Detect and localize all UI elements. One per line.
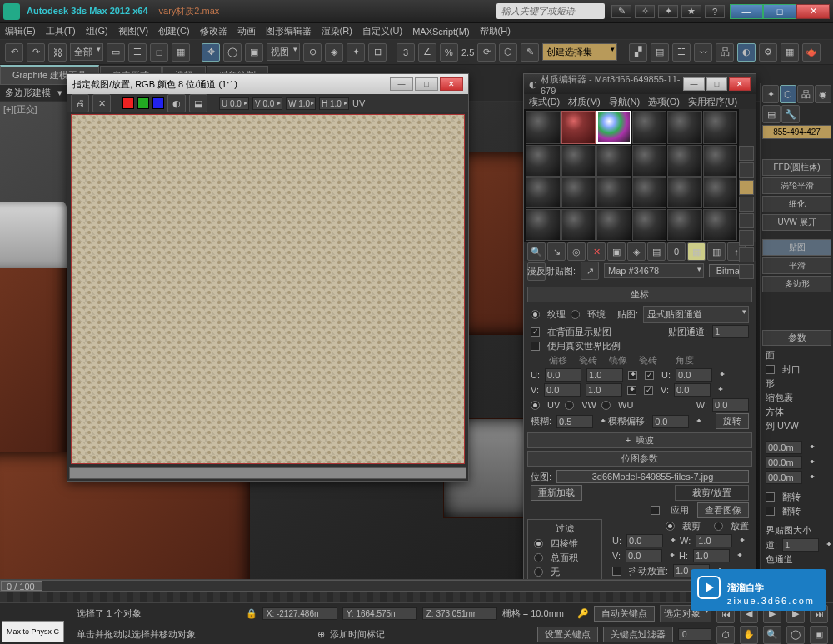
- create-tab-icon[interactable]: ✦: [762, 85, 779, 103]
- tool-icon[interactable]: ✎: [611, 5, 631, 18]
- uv-radio[interactable]: [531, 401, 540, 410]
- map-name[interactable]: Map #34678: [604, 263, 704, 278]
- menu-item[interactable]: 创建(C): [158, 25, 189, 37]
- maxscript-listener[interactable]: Max to Physx C: [2, 621, 64, 642]
- put-library-icon[interactable]: ▤: [647, 242, 666, 261]
- v-spinner[interactable]: V 0.0: [252, 97, 282, 110]
- menu-item[interactable]: 材质(M): [568, 96, 601, 108]
- alpha-icon[interactable]: ◐: [167, 94, 186, 112]
- curve-editor-icon[interactable]: 〰: [694, 43, 712, 62]
- backlight-icon[interactable]: [739, 162, 754, 177]
- map-channel-spinner[interactable]: 1: [712, 325, 749, 338]
- mono-icon[interactable]: ⬓: [189, 94, 207, 112]
- reload-button[interactable]: 重新加载: [531, 485, 582, 501]
- rollout-noise[interactable]: + 噪波: [527, 432, 752, 448]
- link-icon[interactable]: ⛓: [48, 43, 67, 62]
- material-slot[interactable]: [561, 111, 596, 144]
- menu-item[interactable]: 帮助(H): [480, 25, 511, 37]
- maximize-button[interactable]: □: [706, 77, 728, 91]
- blur-spinner[interactable]: 0.5: [556, 415, 593, 428]
- assign-icon[interactable]: ◎: [567, 242, 586, 261]
- y-coord[interactable]: Y: 1664.575n: [342, 607, 417, 620]
- frame-field[interactable]: 0: [678, 628, 711, 641]
- close-icon[interactable]: ✕: [92, 94, 111, 112]
- texture-radio[interactable]: [531, 310, 540, 319]
- align-icon[interactable]: ▤: [651, 43, 669, 62]
- options-icon[interactable]: [739, 247, 754, 262]
- rect-select-icon[interactable]: □: [150, 43, 168, 62]
- menu-item[interactable]: 渲染(R): [322, 25, 352, 37]
- named-selset[interactable]: 创建选择集: [542, 43, 617, 61]
- window-crossing-icon[interactable]: ▦: [172, 43, 190, 62]
- display-tab-icon[interactable]: ▤: [762, 105, 781, 123]
- crop-radio[interactable]: [666, 522, 675, 531]
- apply-check[interactable]: [651, 506, 660, 515]
- show-end-icon[interactable]: ▥: [707, 242, 726, 261]
- material-slot[interactable]: [703, 177, 738, 209]
- x-coord[interactable]: X: -2127.486n: [262, 607, 337, 620]
- material-slot[interactable]: [526, 145, 561, 177]
- place-radio[interactable]: [714, 522, 723, 531]
- close-button[interactable]: ✕: [440, 77, 463, 91]
- preview-icon[interactable]: [739, 230, 754, 245]
- close-button[interactable]: ✕: [729, 77, 751, 91]
- manip-icon[interactable]: ✦: [347, 43, 365, 62]
- green-swatch[interactable]: [137, 97, 149, 109]
- tool-icon[interactable]: 🖨: [71, 94, 89, 112]
- orbit-icon[interactable]: ◯: [786, 626, 805, 644]
- viewport-nav-icon[interactable]: ✋: [740, 626, 758, 644]
- delete-icon[interactable]: ✕: [587, 242, 606, 261]
- material-slot[interactable]: [667, 209, 702, 241]
- close-button[interactable]: ✕: [796, 4, 830, 19]
- redo-icon[interactable]: ↷: [27, 43, 45, 62]
- rollout-bitmap[interactable]: 位图参数: [527, 451, 752, 467]
- crop-u[interactable]: 0.0: [626, 534, 663, 547]
- material-slot[interactable]: [526, 111, 561, 144]
- keymode-icon[interactable]: ⊟: [368, 43, 387, 62]
- menu-item[interactable]: 导航(N): [609, 96, 640, 108]
- maximize-button[interactable]: □: [415, 77, 438, 91]
- tool-icon[interactable]: ✦: [658, 5, 678, 18]
- set-key-button[interactable]: 设置关键点: [537, 627, 598, 642]
- h-spinner[interactable]: H 1.0: [319, 97, 349, 110]
- menu-item[interactable]: 修改器: [200, 25, 227, 37]
- rotate-icon[interactable]: ◯: [223, 43, 242, 62]
- v-angle[interactable]: 0.0: [674, 383, 711, 397]
- put-to-scene-icon[interactable]: ↘: [547, 242, 566, 261]
- material-slot[interactable]: [667, 111, 702, 144]
- summed-radio[interactable]: [534, 553, 543, 562]
- timeline[interactable]: 0 / 100: [0, 579, 760, 602]
- pick-icon[interactable]: ↗: [581, 262, 599, 280]
- percent-snap-icon[interactable]: %: [440, 43, 458, 62]
- show-in-viewport-icon[interactable]: ▦: [687, 242, 706, 261]
- texture-preview[interactable]: [71, 114, 465, 464]
- key-filter-button[interactable]: 关键点过滤器: [603, 627, 673, 642]
- maximize-viewport-icon[interactable]: ▣: [810, 626, 828, 644]
- menu-item[interactable]: 自定义(U): [362, 25, 402, 37]
- material-slot[interactable]: [596, 209, 631, 241]
- material-slot[interactable]: [703, 145, 738, 177]
- schematic-icon[interactable]: 品: [716, 43, 734, 62]
- material-slot[interactable]: [632, 145, 667, 177]
- auto-key-button[interactable]: 自动关键点: [594, 606, 655, 622]
- environ-radio[interactable]: [571, 310, 580, 319]
- render-frame-icon[interactable]: ▦: [781, 43, 799, 62]
- modify-tab-icon[interactable]: ⬡: [780, 85, 796, 103]
- material-slot[interactable]: [596, 111, 631, 144]
- move-icon[interactable]: ✥: [202, 43, 220, 62]
- bitmap-file-button[interactable]: 3d66Model-649855-files-7.jpg: [556, 470, 749, 483]
- get-material-icon[interactable]: 🔍: [527, 242, 546, 261]
- vw-radio[interactable]: [565, 401, 574, 410]
- viewport-label[interactable]: [+][正交]: [3, 103, 37, 116]
- video-check-icon[interactable]: [739, 213, 754, 228]
- v-tile-check[interactable]: [644, 386, 653, 395]
- show-back-check[interactable]: [531, 327, 540, 337]
- mirror-icon[interactable]: ▞: [629, 43, 647, 62]
- ipivot-icon[interactable]: ◈: [325, 43, 343, 62]
- motion-tab-icon[interactable]: ◉: [815, 85, 831, 103]
- stack-item[interactable]: 贴图: [762, 239, 831, 256]
- flip-check[interactable]: [766, 492, 775, 502]
- scrollbar[interactable]: [69, 467, 466, 479]
- select-name-icon[interactable]: ☰: [128, 43, 147, 62]
- mat-id-icon[interactable]: 0: [667, 242, 686, 261]
